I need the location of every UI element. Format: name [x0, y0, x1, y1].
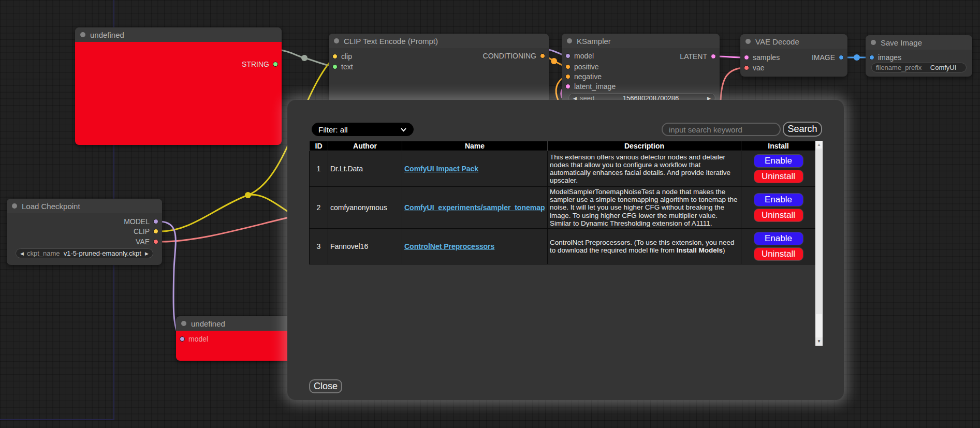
node-clip-text-encode[interactable]: CLIP Text Encode (Prompt) clip text COND… — [329, 34, 549, 104]
collapse-dot-icon[interactable] — [567, 38, 572, 43]
close-button[interactable]: Close — [309, 379, 342, 393]
node-title-bar[interactable]: VAE Decode — [740, 34, 847, 49]
extension-table-row: 3 Fannovel16 ControlNet Preprocessors Co… — [310, 229, 816, 264]
slot-dot-icon[interactable] — [839, 55, 844, 60]
cell-id: 1 — [310, 151, 328, 187]
collapse-dot-icon[interactable] — [871, 40, 876, 45]
collapse-dot-icon[interactable] — [12, 203, 17, 209]
slot-label: model — [188, 335, 208, 343]
slot-dot-icon[interactable] — [869, 55, 874, 60]
slot-dot-icon[interactable] — [180, 336, 185, 342]
collapse-dot-icon[interactable] — [181, 321, 186, 326]
input-slot-negative[interactable]: negative — [565, 72, 602, 81]
slot-dot-icon[interactable] — [744, 55, 749, 60]
output-slot-image[interactable]: IMAGE — [812, 53, 844, 62]
input-slot-vae[interactable]: vae — [744, 63, 765, 72]
node-undefined-bottom[interactable]: undefined model — [176, 316, 295, 361]
slot-dot-icon[interactable] — [565, 64, 571, 69]
scroll-down-arrow-icon[interactable]: ▼ — [815, 337, 823, 346]
node-vae-decode[interactable]: VAE Decode samples vae IMAGE — [740, 34, 847, 77]
node-body — [75, 42, 282, 145]
node-title: undefined — [191, 319, 225, 328]
slot-dot-icon[interactable] — [273, 62, 278, 67]
node-title: VAE Decode — [755, 37, 799, 46]
cell-install: Enable Uninstall — [741, 229, 816, 264]
input-slot-positive[interactable]: positive — [565, 62, 598, 71]
enable-button[interactable]: Enable — [754, 154, 803, 168]
slot-label: CLIP — [134, 227, 150, 235]
uninstall-button[interactable]: Uninstall — [754, 170, 803, 183]
uninstall-button[interactable]: Uninstall — [754, 209, 803, 222]
comfyui-canvas[interactable]: undefined STRING CLIP Text Encode (Promp… — [0, 0, 980, 428]
slot-dot-icon[interactable] — [711, 54, 716, 59]
cell-description: This extension offers various detector n… — [548, 151, 741, 187]
output-slot-conditioning[interactable]: CONDITIONING — [483, 51, 545, 61]
output-slot-string[interactable]: STRING — [242, 60, 278, 69]
node-ksampler[interactable]: KSampler model positive negative latent_… — [562, 34, 720, 106]
slot-dot-icon[interactable] — [153, 229, 158, 234]
slot-label: latent_image — [574, 82, 616, 91]
node-load-checkpoint[interactable]: Load Checkpoint MODEL CLIP VAE ◀ ckpt_na… — [7, 199, 162, 265]
slot-label: text — [341, 63, 353, 71]
collapse-dot-icon[interactable] — [334, 38, 339, 43]
slot-label: negative — [574, 72, 602, 81]
uninstall-button[interactable]: Uninstall — [754, 247, 803, 261]
input-slot-samples[interactable]: samples — [744, 53, 780, 62]
input-slot-model[interactable]: model — [180, 334, 208, 344]
slot-dot-icon[interactable] — [153, 239, 158, 244]
collapse-dot-icon[interactable] — [80, 32, 85, 37]
extension-name-link[interactable]: ComfyUI Impact Pack — [404, 165, 478, 173]
extension-name-link[interactable]: ComfyUI_experiments/sampler_tonemap — [404, 203, 545, 212]
slot-dot-icon[interactable] — [565, 74, 571, 79]
widget-label: filename_prefix — [876, 64, 922, 71]
cell-install: Enable Uninstall — [741, 151, 816, 187]
widget-value: v1-5-pruned-emaonly.ckpt — [63, 249, 142, 257]
input-slot-text[interactable]: text — [332, 62, 353, 71]
node-undefined-top[interactable]: undefined STRING — [75, 27, 282, 145]
filter-selected-value: Filter: all — [318, 125, 348, 134]
cell-author: Dr.Lt.Data — [328, 151, 402, 187]
node-title-bar[interactable]: undefined — [176, 316, 295, 331]
slot-dot-icon[interactable] — [540, 53, 545, 58]
enable-button[interactable]: Enable — [754, 193, 803, 206]
slot-dot-icon[interactable] — [565, 84, 571, 89]
table-header-row: ID Author Name Description Install — [310, 141, 816, 151]
output-slot-vae[interactable]: VAE — [136, 237, 158, 246]
node-title-bar[interactable]: undefined — [75, 27, 282, 42]
slot-dot-icon[interactable] — [332, 64, 338, 69]
output-slot-clip[interactable]: CLIP — [134, 227, 158, 236]
input-slot-clip[interactable]: clip — [332, 52, 352, 61]
extension-table-body: 1 Dr.Lt.Data ComfyUI Impact Pack This ex… — [310, 151, 816, 264]
decrement-arrow-icon[interactable]: ◀ — [20, 251, 24, 256]
output-slot-latent[interactable]: LATENT — [680, 52, 716, 61]
scrollbar-thumb[interactable] — [816, 149, 822, 314]
slot-label: MODEL — [124, 217, 150, 226]
search-button[interactable]: Search — [783, 122, 822, 137]
extension-manager-dialog: Filter: all Search ID Author Name Descri… — [287, 100, 844, 400]
filter-select[interactable]: Filter: all — [312, 123, 414, 136]
node-title: undefined — [90, 31, 124, 39]
input-slot-images[interactable]: images — [869, 53, 901, 62]
node-title-bar[interactable]: CLIP Text Encode (Prompt) — [329, 34, 549, 48]
node-title-bar[interactable]: Save Image — [866, 35, 972, 50]
node-title: Load Checkpoint — [22, 202, 80, 211]
input-slot-model[interactable]: model — [565, 51, 594, 61]
slot-dot-icon[interactable] — [153, 219, 158, 224]
node-title-bar[interactable]: Load Checkpoint — [7, 199, 162, 213]
slot-dot-icon[interactable] — [332, 54, 338, 59]
slot-dot-icon[interactable] — [744, 65, 749, 70]
scroll-up-arrow-icon[interactable]: ▲ — [815, 141, 823, 149]
increment-arrow-icon[interactable]: ▶ — [145, 251, 149, 256]
ckpt-name-widget[interactable]: ◀ ckpt_name v1-5-pruned-emaonly.ckpt ▶ — [16, 248, 153, 258]
slot-dot-icon[interactable] — [565, 53, 571, 58]
enable-button[interactable]: Enable — [754, 232, 803, 245]
node-save-image[interactable]: Save Image images filename_prefix ComfyU… — [866, 35, 972, 77]
output-slot-model[interactable]: MODEL — [124, 217, 158, 226]
input-slot-latent-image[interactable]: latent_image — [565, 82, 616, 91]
node-title-bar[interactable]: KSampler — [562, 34, 720, 48]
collapse-dot-icon[interactable] — [745, 39, 751, 44]
table-scrollbar[interactable]: ▲ ▼ — [815, 141, 823, 346]
search-input[interactable] — [662, 123, 781, 136]
extension-name-link[interactable]: ControlNet Preprocessors — [404, 242, 494, 250]
filename-prefix-widget[interactable]: filename_prefix ComfyUI — [871, 63, 967, 72]
